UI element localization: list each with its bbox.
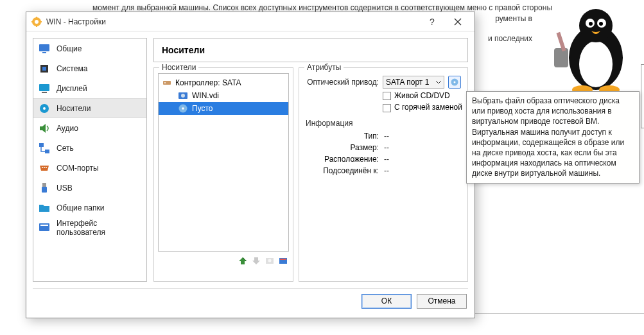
page-title: Носители xyxy=(153,38,468,62)
fieldset-legend: Атрибуты xyxy=(304,63,344,72)
sidebar-item-network[interactable]: Сеть xyxy=(33,138,146,158)
fieldset-legend: Носители xyxy=(159,63,198,72)
sidebar-item-audio[interactable]: Аудио xyxy=(33,118,146,138)
attributes-panel: Атрибуты Оптический привод: SATA порт 1 xyxy=(299,67,468,282)
sidebar-item-ui[interactable]: Интерфейс пользователя xyxy=(33,218,146,237)
remove-controller-icon[interactable] xyxy=(251,255,262,266)
storage-tree-panel: Носители Контроллер: SATA WIN.vdi Пус xyxy=(153,67,293,282)
svg-point-30 xyxy=(46,167,47,168)
sidebar-label: Интерфейс пользователя xyxy=(57,219,141,237)
svg-rect-9 xyxy=(554,48,568,67)
svg-rect-26 xyxy=(39,143,44,147)
chevron-down-icon xyxy=(436,80,441,85)
sidebar-item-usb[interactable]: USB xyxy=(33,178,146,198)
svg-text:?: ? xyxy=(430,17,435,26)
sidebar-item-display[interactable]: Дисплей xyxy=(33,78,146,98)
svg-rect-15 xyxy=(31,21,33,22)
hot-swap-checkbox[interactable]: С горячей заменой xyxy=(383,103,462,112)
svg-point-42 xyxy=(268,259,272,262)
display-icon xyxy=(39,83,50,94)
sidebar-label: Сеть xyxy=(57,144,74,153)
cd-icon xyxy=(178,103,188,114)
sidebar-label: Общие папки xyxy=(57,203,104,212)
svg-rect-23 xyxy=(42,92,47,93)
titlebar[interactable]: WIN - Настройки ? xyxy=(26,12,474,31)
svg-rect-33 xyxy=(39,223,49,231)
penguin-mascot xyxy=(554,0,638,96)
drive-label: Оптический привод: xyxy=(303,78,379,87)
sidebar-item-storage[interactable]: Носители xyxy=(33,98,146,118)
dialog-title: WIN - Настройки xyxy=(46,17,419,26)
sidebar-label: Система xyxy=(57,64,87,73)
sidebar-label: USB xyxy=(57,184,73,193)
sidebar-label: Общие xyxy=(57,44,82,53)
sidebar-item-shared[interactable]: Общие папки xyxy=(33,198,146,218)
live-cd-checkbox[interactable]: Живой CD/DVD xyxy=(383,91,450,100)
controller-row[interactable]: Контроллер: SATA xyxy=(159,76,288,89)
cd-choose-icon xyxy=(450,78,459,87)
svg-point-38 xyxy=(181,94,185,98)
serial-icon xyxy=(39,162,50,174)
svg-point-29 xyxy=(44,167,45,168)
sidebar-label: Аудио xyxy=(57,124,78,133)
tooltip: Выбрать файл образа оптического диска ил… xyxy=(466,91,640,184)
sidebar-item-system[interactable]: Система xyxy=(33,58,146,78)
svg-rect-32 xyxy=(42,187,47,193)
ui-icon xyxy=(39,222,50,234)
help-button[interactable]: ? xyxy=(419,13,445,31)
svg-point-12 xyxy=(35,20,39,24)
cancel-button[interactable]: Отмена xyxy=(417,294,467,309)
svg-point-6 xyxy=(599,22,603,26)
audio-icon xyxy=(39,123,50,134)
add-controller-icon[interactable] xyxy=(238,255,248,266)
tree-item-cd[interactable]: Пусто xyxy=(159,102,288,115)
settings-dialog: WIN - Настройки ? Общие Система Дисплей xyxy=(26,12,475,318)
monitor-icon xyxy=(39,43,50,55)
svg-rect-14 xyxy=(36,26,37,27)
sidebar-label: Дисплей xyxy=(57,84,87,93)
main-panel: Носители Носители Контроллер: SATA WIN.v… xyxy=(153,38,468,282)
network-icon xyxy=(39,142,50,154)
svg-rect-35 xyxy=(163,81,171,85)
sidebar-label: COM-порты xyxy=(57,164,99,173)
chip-icon xyxy=(39,63,50,74)
svg-rect-16 xyxy=(40,21,42,22)
svg-point-46 xyxy=(454,82,456,83)
sidebar-label: Носители xyxy=(57,104,91,113)
info-section: Информация Тип:-- Размер:-- Расположение… xyxy=(303,119,464,178)
settings-sidebar: Общие Система Дисплей Носители Аудио Сет… xyxy=(33,38,147,282)
svg-rect-44 xyxy=(280,259,286,260)
svg-point-5 xyxy=(589,22,593,26)
sidebar-item-general[interactable]: Общие xyxy=(33,39,146,58)
dialog-buttons: ОК Отмена xyxy=(26,289,474,318)
controller-icon xyxy=(162,78,171,87)
ok-button[interactable]: ОК xyxy=(361,294,412,309)
side-scroll-hint xyxy=(641,64,644,128)
tree-item-hdd[interactable]: WIN.vdi xyxy=(159,89,288,102)
hdd-icon xyxy=(178,90,188,101)
svg-rect-34 xyxy=(40,225,48,226)
svg-rect-13 xyxy=(36,17,37,18)
svg-point-2 xyxy=(579,9,613,42)
svg-point-36 xyxy=(164,82,166,83)
usb-icon xyxy=(39,182,50,194)
close-button[interactable] xyxy=(445,13,471,31)
sidebar-item-serial[interactable]: COM-порты xyxy=(33,158,146,178)
drive-port-select[interactable]: SATA порт 1 xyxy=(383,76,444,89)
svg-point-40 xyxy=(182,107,184,110)
storage-icon xyxy=(39,103,50,114)
svg-rect-27 xyxy=(45,150,49,153)
tree-toolbar xyxy=(158,252,289,266)
add-attachment-icon[interactable] xyxy=(265,255,275,266)
svg-rect-22 xyxy=(39,84,49,91)
svg-rect-21 xyxy=(42,67,46,71)
svg-rect-18 xyxy=(39,44,49,51)
svg-point-1 xyxy=(579,41,613,87)
app-gear-icon xyxy=(31,17,42,27)
svg-rect-19 xyxy=(42,52,46,53)
storage-tree[interactable]: Контроллер: SATA WIN.vdi Пусто xyxy=(158,73,289,252)
choose-disk-button[interactable] xyxy=(448,76,461,89)
svg-rect-31 xyxy=(42,183,46,187)
svg-point-25 xyxy=(43,107,46,110)
remove-attachment-icon[interactable] xyxy=(278,255,289,266)
